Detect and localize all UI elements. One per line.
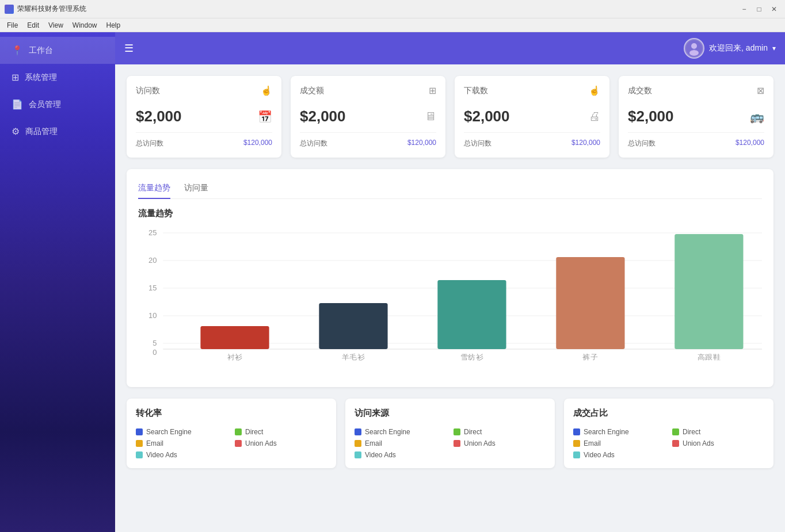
- legend-search-engine-source: Search Engine: [355, 428, 447, 436]
- legend-video-conversion: Video Ads: [136, 451, 228, 459]
- menu-edit[interactable]: Edit: [22, 20, 44, 30]
- direct-dot-2: [454, 428, 460, 435]
- sidebar-label-product: 商品管理: [25, 127, 58, 137]
- direct-dot: [235, 428, 242, 435]
- window-controls: − □ ✕: [738, 3, 780, 16]
- menu-view[interactable]: View: [44, 20, 68, 30]
- menu-window[interactable]: Window: [68, 20, 102, 30]
- user-avatar: [684, 38, 704, 59]
- app-icon: [5, 5, 14, 14]
- legend-label: Direct: [683, 428, 700, 436]
- direct-dot-3: [672, 428, 679, 435]
- legend-search-engine-deal: Search Engine: [573, 428, 665, 436]
- user-area[interactable]: 欢迎回来, admin ▾: [684, 38, 776, 59]
- video-dot-3: [573, 451, 580, 458]
- legend-label: Video Ads: [146, 451, 177, 459]
- svg-text:羊毛衫: 羊毛衫: [342, 353, 365, 361]
- stat-card-downloads: 下载数 ☝ $2,000 🖨 总访问数 $120,000: [455, 76, 609, 158]
- svg-text:15: 15: [148, 284, 157, 292]
- stat-footer-label-transactions: 总访问数: [628, 139, 656, 148]
- sidebar-label-workspace: 工作台: [29, 45, 53, 56]
- calendar-icon: 📅: [258, 110, 272, 124]
- legend-label: Union Ads: [245, 439, 277, 447]
- stat-card-sales: 成交额 ⊞ $2,000 🖥 总访问数 $120,000: [291, 76, 445, 158]
- bottom-card-conversion: 转化率 Search Engine Direct Email: [127, 399, 336, 468]
- svg-point-1: [691, 43, 697, 49]
- tab-traffic-trend[interactable]: 流量趋势: [138, 178, 170, 199]
- bar-sweater: [319, 303, 387, 349]
- stat-title-downloads: 下载数: [464, 86, 488, 96]
- legend-email-deal: Email: [573, 439, 665, 447]
- legend-direct-deal: Direct: [672, 428, 764, 436]
- system-icon: ⊞: [12, 72, 19, 83]
- stat-footer-label-visits: 总访问数: [136, 139, 163, 148]
- maximize-button[interactable]: □: [753, 3, 765, 16]
- union-dot-3: [672, 440, 679, 447]
- menu-bar: File Edit View Window Help: [0, 18, 785, 32]
- menu-file[interactable]: File: [2, 20, 22, 30]
- email-dot-3: [573, 440, 580, 447]
- union-dot-2: [454, 440, 460, 447]
- deal-title: 成交占比: [573, 408, 764, 419]
- menu-help[interactable]: Help: [102, 20, 125, 30]
- svg-text:裤子: 裤子: [582, 353, 598, 361]
- sidebar-item-product[interactable]: ⚙ 商品管理: [0, 118, 115, 145]
- cursor-icon: ☝: [261, 85, 272, 96]
- svg-text:5: 5: [153, 339, 157, 347]
- conversion-title: 转化率: [136, 408, 327, 419]
- source-title: 访问来源: [355, 408, 546, 419]
- stat-value-sales: $2,000: [300, 108, 346, 125]
- content-area: 访问数 ☝ $2,000 📅 总访问数 $120,000 成交额: [115, 64, 785, 532]
- search-engine-dot-3: [573, 428, 580, 435]
- video-dot-2: [355, 451, 361, 458]
- legend-video-source: Video Ads: [355, 451, 447, 459]
- transaction-icon: ⊠: [757, 85, 764, 96]
- sidebar-nav: 📍 工作台 ⊞ 系统管理 📄 会员管理 ⚙ 商品管理: [0, 32, 115, 150]
- search-engine-dot-2: [355, 428, 361, 435]
- download-icon: ☝: [589, 85, 600, 96]
- stat-title-sales: 成交额: [300, 86, 324, 96]
- product-icon: ⚙: [12, 126, 20, 137]
- close-button[interactable]: ✕: [768, 3, 780, 16]
- legend-email-source: Email: [355, 439, 447, 447]
- chevron-down-icon: ▾: [772, 44, 776, 52]
- legend-union-source: Union Ads: [454, 439, 546, 447]
- legend-union-conversion: Union Ads: [235, 439, 327, 447]
- legend-label: Search Engine: [365, 428, 410, 436]
- bar-chiffon: [437, 280, 506, 349]
- workspace-icon: 📍: [12, 45, 23, 56]
- video-dot: [136, 451, 143, 458]
- stat-card-visits: 访问数 ☝ $2,000 📅 总访问数 $120,000: [127, 76, 281, 158]
- app-title: 荣耀科技财务管理系统: [17, 4, 86, 14]
- stat-footer-label-sales: 总访问数: [300, 139, 327, 148]
- top-header: ☰ 欢迎回来, admin ▾: [115, 32, 785, 64]
- bar-heels: [675, 234, 743, 349]
- minimize-button[interactable]: −: [738, 3, 750, 16]
- legend-label: Union Ads: [464, 439, 496, 447]
- member-icon: 📄: [12, 99, 23, 110]
- tab-visits[interactable]: 访问量: [184, 178, 208, 199]
- legend-label: Search Engine: [584, 428, 629, 436]
- search-engine-dot: [136, 428, 143, 435]
- bar-shirt: [200, 326, 269, 349]
- sidebar-item-member[interactable]: 📄 会员管理: [0, 91, 115, 118]
- legend-label: Video Ads: [584, 451, 615, 459]
- sidebar-item-system[interactable]: ⊞ 系统管理: [0, 64, 115, 91]
- stat-footer-value-downloads: $120,000: [571, 139, 600, 148]
- bar-chart-svg: 25 20 15 10 5 0 衬衫 羊毛衫: [138, 228, 762, 366]
- source-legend: Search Engine Direct Email Union Ad: [355, 428, 546, 459]
- legend-label: Union Ads: [683, 439, 714, 447]
- svg-text:雪纺衫: 雪纺衫: [460, 353, 484, 361]
- email-dot: [136, 440, 143, 447]
- legend-video-deal: Video Ads: [573, 451, 665, 459]
- sidebar-label-member: 会员管理: [29, 99, 61, 110]
- stat-card-transactions: 成交数 ⊠ $2,000 🚌 总访问数 $120,000: [619, 76, 773, 158]
- table-icon: ⊞: [429, 85, 436, 96]
- stat-footer-value-transactions: $120,000: [736, 139, 764, 148]
- sidebar-item-workspace[interactable]: 📍 工作台: [0, 37, 115, 64]
- legend-label: Video Ads: [365, 451, 396, 459]
- chart-title: 流量趋势: [138, 208, 762, 219]
- union-dot: [235, 440, 242, 447]
- legend-email-conversion: Email: [136, 439, 228, 447]
- hamburger-icon[interactable]: ☰: [124, 42, 134, 55]
